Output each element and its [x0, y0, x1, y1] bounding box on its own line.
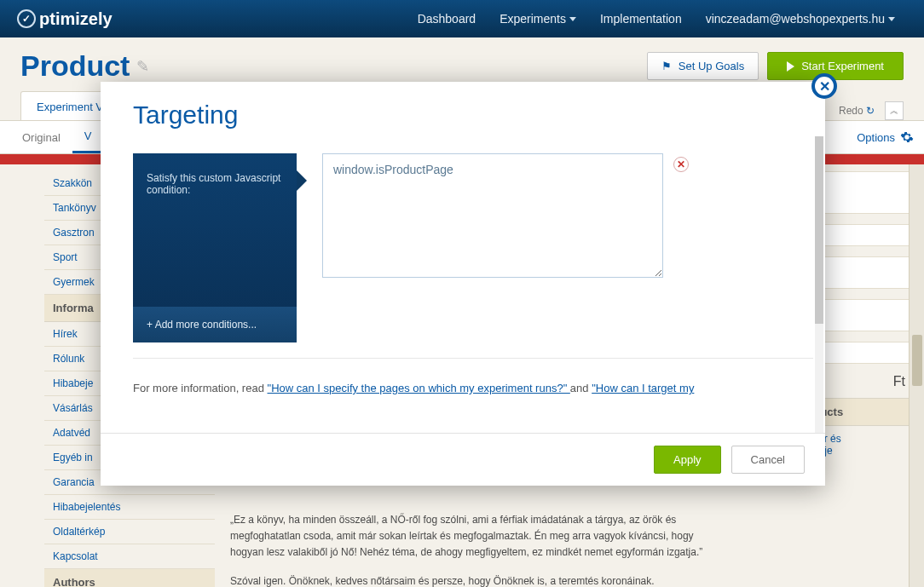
- start-experiment-button[interactable]: Start Experiment: [767, 52, 904, 80]
- close-button[interactable]: ✕: [811, 73, 837, 99]
- apply-button[interactable]: Apply: [654, 446, 721, 474]
- nav-dashboard[interactable]: Dashboard: [406, 12, 488, 26]
- close-icon: ✕: [819, 78, 830, 95]
- remove-condition-button[interactable]: ✕: [673, 157, 689, 172]
- page-title: Product: [20, 49, 130, 83]
- targeting-modal: ✕ Targeting Satisfy this custom Javascri…: [101, 82, 825, 486]
- logo-icon: ✓: [17, 9, 36, 28]
- product-text: Szóval igen. Önöknek, kedves nőtársaim é…: [230, 573, 721, 587]
- nav-user-label: vinczeadam@webshopexperts.hu: [706, 12, 885, 26]
- nav-experiments-label: Experiments: [500, 12, 566, 26]
- condition-label: Satisfy this custom Javascript condition…: [147, 172, 280, 196]
- modal-scrollbar[interactable]: [813, 136, 823, 433]
- goals-label: Set Up Goals: [679, 60, 744, 72]
- redo-button[interactable]: Redo ↻: [839, 105, 875, 117]
- nav-implementation[interactable]: Implementation: [588, 12, 694, 26]
- nav-user-menu[interactable]: vinczeadam@webshopexperts.hu: [694, 12, 907, 26]
- cancel-button[interactable]: Cancel: [731, 446, 805, 474]
- redo-label: Redo: [839, 105, 863, 117]
- sidebar-header-authors: Authors: [44, 569, 215, 587]
- add-condition-button[interactable]: + Add more conditions...: [133, 307, 297, 342]
- top-nav: ✓ptimizely Dashboard Experiments Impleme…: [0, 0, 924, 37]
- help-link-pages[interactable]: "How can I specify the pages on which my…: [268, 382, 570, 394]
- gear-icon[interactable]: [900, 130, 914, 144]
- info-text: For more information, read "How can I sp…: [133, 381, 813, 396]
- scroll-thumb[interactable]: [912, 335, 922, 386]
- collapse-button[interactable]: ︽: [885, 101, 904, 120]
- sidebar-item[interactable]: Hibabejelentés: [44, 495, 215, 520]
- product-quote: „Ez a könyv, ha minden összeáll, a NŐ-rő…: [230, 512, 721, 561]
- modal-title: Targeting: [133, 101, 793, 129]
- javascript-condition-input[interactable]: [322, 153, 663, 278]
- options-button[interactable]: Options: [857, 131, 895, 144]
- scroll-thumb[interactable]: [815, 136, 823, 324]
- redo-icon: ↻: [866, 105, 875, 117]
- logo[interactable]: ✓ptimizely: [17, 9, 113, 29]
- tab-original[interactable]: Original: [10, 123, 72, 153]
- info-pre: For more information, read: [133, 382, 268, 394]
- logo-text: ptimizely: [39, 9, 113, 29]
- info-mid: and: [570, 382, 592, 394]
- preview-scrollbar[interactable]: [909, 164, 924, 587]
- set-up-goals-button[interactable]: ⚑ Set Up Goals: [647, 52, 759, 80]
- help-link-target[interactable]: "How can I target my: [592, 382, 694, 394]
- tab-variation-1[interactable]: V: [72, 121, 104, 153]
- sidebar-item[interactable]: Oldaltérkép: [44, 520, 215, 544]
- condition-card: Satisfy this custom Javascript condition…: [133, 153, 297, 342]
- start-label: Start Experiment: [801, 60, 884, 72]
- caret-down-icon: [569, 17, 576, 21]
- nav-experiments[interactable]: Experiments: [488, 12, 588, 26]
- play-icon: [787, 61, 794, 72]
- caret-down-icon: [888, 17, 895, 21]
- close-icon: ✕: [677, 158, 685, 170]
- edit-title-icon[interactable]: ✎: [136, 57, 149, 76]
- flag-icon: ⚑: [661, 60, 672, 72]
- sidebar-item[interactable]: Kapcsolat: [44, 544, 215, 569]
